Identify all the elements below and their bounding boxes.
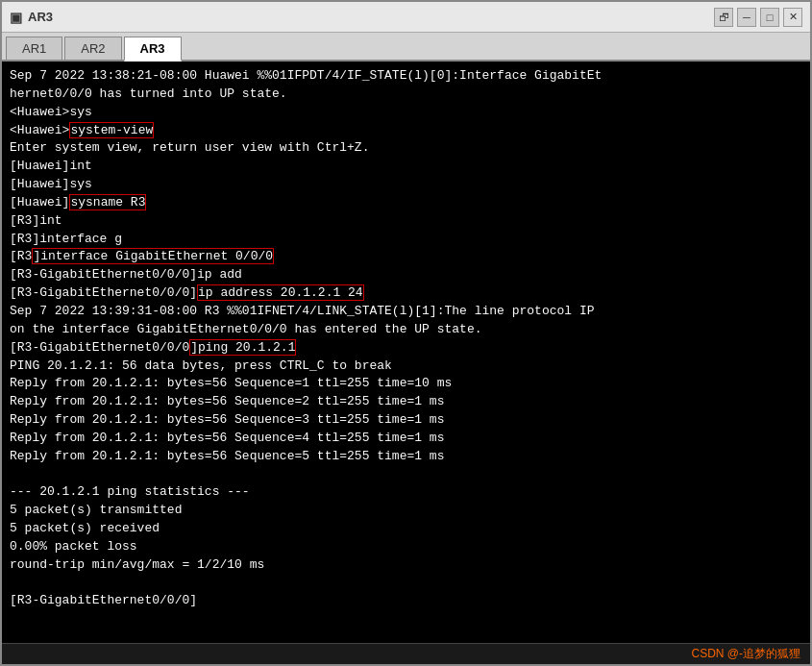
terminal-line-17: PING 20.1.2.1: 56 data bytes, press CTRL… [10, 358, 802, 376]
tab-ar2[interactable]: AR2 [64, 37, 121, 60]
terminal-line-5: Enter system view, return user view with… [10, 139, 802, 158]
terminal-line-23 [10, 466, 802, 484]
terminal-line-10: [R3]interface g [10, 231, 802, 249]
terminal[interactable]: Sep 7 2022 13:38:21-08:00 Huawei %%01IFP… [2, 62, 810, 643]
terminal-line-4: <Huawei>system-view [10, 122, 802, 140]
highlight-interface: ]interface GigabitEthernet 0/0/0 [32, 248, 274, 264]
terminal-line-18: Reply from 20.1.2.1: bytes=56 Sequence=1… [10, 375, 802, 393]
terminal-line-27: 0.00% packet loss [10, 538, 802, 556]
tab-ar3[interactable]: AR3 [124, 37, 182, 62]
terminal-line-22: Reply from 20.1.2.1: bytes=56 Sequence=5… [10, 448, 802, 466]
terminal-line-9: [R3]int [10, 212, 802, 231]
terminal-line-8: [Huawei]sysname R3 [10, 194, 802, 212]
highlight-ping: ]ping 20.1.2.1 [189, 339, 296, 356]
footer-text: CSDN @-追梦的狐狸 [691, 646, 800, 662]
tab-ar1[interactable]: AR1 [6, 37, 62, 60]
maximize-button[interactable]: □ [760, 8, 779, 27]
terminal-line-19: Reply from 20.1.2.1: bytes=56 Sequence=2… [10, 393, 802, 411]
terminal-line-16: [R3-GigabitEthernet0/0/0]ping 20.1.2.1 [10, 339, 802, 358]
terminal-line-12: [R3-GigabitEthernet0/0/0]ip add [10, 266, 802, 284]
window-icon: ▣ [10, 10, 22, 25]
terminal-line-6: [Huawei]int [10, 158, 802, 176]
terminal-line-15: on the interface GigabitEthernet0/0/0 ha… [10, 321, 802, 339]
terminal-line-24: --- 20.1.2.1 ping statistics --- [10, 483, 802, 502]
terminal-line-13: [R3-GigabitEthernet0/0/0]ip address 20.1… [10, 284, 802, 303]
terminal-wrapper: Sep 7 2022 13:38:21-08:00 Huawei %%01IFP… [2, 62, 810, 643]
terminal-line-20: Reply from 20.1.2.1: bytes=56 Sequence=3… [10, 411, 802, 430]
footer-bar: CSDN @-追梦的狐狸 [2, 643, 810, 664]
title-bar: ▣ AR3 🗗 ─ □ ✕ [2, 2, 810, 33]
main-window: ▣ AR3 🗗 ─ □ ✕ AR1 AR2 AR3 Sep 7 2022 13:… [0, 0, 812, 666]
restore-button[interactable]: 🗗 [714, 8, 733, 27]
terminal-line-29 [10, 575, 802, 593]
window-controls: 🗗 ─ □ ✕ [714, 8, 802, 27]
terminal-line-26: 5 packet(s) received [10, 520, 802, 538]
terminal-line-21: Reply from 20.1.2.1: bytes=56 Sequence=4… [10, 430, 802, 448]
tab-bar: AR1 AR2 AR3 [2, 33, 810, 62]
minimize-button[interactable]: ─ [737, 8, 756, 27]
terminal-line-1: Sep 7 2022 13:38:21-08:00 Huawei %%01IFP… [10, 67, 802, 86]
highlight-system-view: system-view [69, 122, 154, 138]
terminal-line-11: [R3]interface GigabitEthernet 0/0/0 [10, 248, 802, 266]
highlight-sysname: sysname R3 [69, 194, 146, 210]
terminal-line-28: round-trip min/avg/max = 1/2/10 ms [10, 556, 802, 575]
terminal-line-14: Sep 7 2022 13:39:31-08:00 R3 %%01IFNET/4… [10, 303, 802, 321]
terminal-line-30: [R3-GigabitEthernet0/0/0] [10, 592, 802, 610]
terminal-line-25: 5 packet(s) transmitted [10, 502, 802, 520]
terminal-line-2: hernet0/0/0 has turned into UP state. [10, 86, 802, 104]
terminal-line-7: [Huawei]sys [10, 176, 802, 194]
terminal-line-3: <Huawei>sys [10, 104, 802, 122]
highlight-ip-address: ip address 20.1.2.1 24 [197, 284, 364, 301]
title-bar-left: ▣ AR3 [10, 10, 53, 25]
close-button[interactable]: ✕ [783, 8, 802, 27]
window-title: AR3 [28, 10, 53, 24]
